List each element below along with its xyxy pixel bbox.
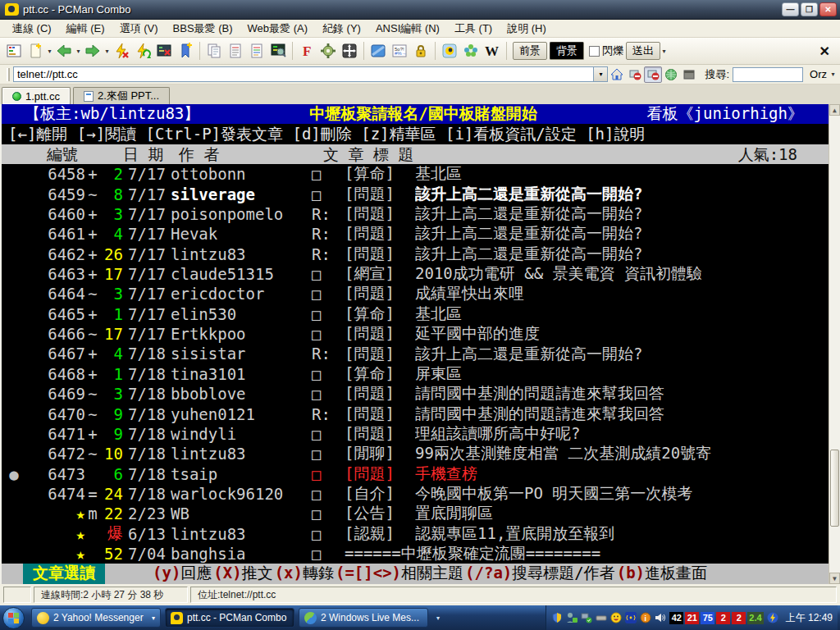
- article-row[interactable]: 6467 + 4 7/18 sisistar R: [問題] 該升上高二還是重新…: [2, 344, 840, 363]
- settings-button[interactable]: [317, 40, 339, 62]
- menu-item[interactable]: 連線 (C): [5, 20, 59, 37]
- taskbar-item[interactable]: ptt.cc - PCMan Combo: [165, 608, 294, 628]
- pcman-home-button[interactable]: [439, 40, 460, 62]
- minimize-button[interactable]: —: [782, 2, 799, 16]
- search-engine-dropdown[interactable]: ▾: [829, 71, 837, 78]
- browser-button[interactable]: [662, 66, 680, 83]
- ansi-editor-button[interactable]: [3, 40, 25, 62]
- online-mode-button[interactable]: [644, 66, 662, 83]
- font-button[interactable]: F: [296, 40, 317, 62]
- add-bookmark-button[interactable]: [175, 40, 196, 62]
- article-row[interactable]: 6463 + 17 7/17 claude51315 □ [網宣] 2010成功…: [2, 264, 840, 284]
- blink-checkbox[interactable]: [589, 46, 600, 57]
- plugin-flower-button[interactable]: [460, 40, 482, 62]
- offline-mode-button[interactable]: [626, 66, 644, 83]
- article-row[interactable]: 6469 ~ 3 7/18 bboblove □ [問題] 請問國中基測的問題請…: [2, 384, 840, 404]
- disconnect-button[interactable]: [111, 40, 132, 62]
- menu-item[interactable]: 說明 (H): [500, 20, 554, 37]
- bbs-window-button[interactable]: [368, 40, 389, 62]
- paste-button[interactable]: [225, 40, 246, 62]
- tray-badge[interactable]: 2: [716, 612, 730, 624]
- terminal-scrollbar[interactable]: ▲ ▼: [829, 104, 840, 584]
- preview-button[interactable]: [267, 40, 289, 62]
- toolbar-close-icon[interactable]: ✕: [819, 43, 830, 59]
- background-color-button[interactable]: 背景: [550, 42, 584, 60]
- article-row[interactable]: 6465 + 1 7/17 elin530 □ [算命] 基北區: [2, 304, 840, 324]
- forward-dropdown[interactable]: ▾: [103, 48, 111, 55]
- menu-item[interactable]: ANSI編輯 (N): [368, 20, 447, 37]
- tab-web[interactable]: 2.來個 PPT...: [73, 87, 170, 104]
- tab-ptt[interactable]: 1.ptt.cc: [2, 87, 71, 104]
- article-row[interactable]: 6466 ~ 17 7/17 Ertkkpoo □ [問題] 延平國中部的進度: [2, 324, 840, 344]
- foreground-color-button[interactable]: 前景: [513, 42, 547, 60]
- tray-badge[interactable]: 21: [685, 612, 699, 624]
- tray-badge[interactable]: 2: [732, 612, 746, 624]
- article-row[interactable]: 6471 + 9 7/18 windyli □ [問題] 理組該讀哪所高中好呢?: [2, 424, 840, 444]
- article-row[interactable]: 6461 + 4 7/17 Hevak R: [問題] 該升上高二還是重新從高一…: [2, 224, 840, 244]
- special-symbols-button[interactable]: 5o?!#%→: [389, 40, 410, 62]
- address-input[interactable]: [13, 66, 594, 82]
- article-row[interactable]: 6464 ~ 3 7/17 ericdoctor □ [問題] 成績單快出來哩: [2, 284, 840, 304]
- menu-item[interactable]: 工具 (T): [447, 20, 500, 37]
- taskbar-chevron[interactable]: ▾: [432, 609, 444, 627]
- send-button[interactable]: 送出: [626, 42, 660, 60]
- menu-item[interactable]: 紀錄 (Y): [315, 20, 368, 37]
- restore-button[interactable]: ❐: [801, 2, 818, 16]
- lock-button[interactable]: [410, 40, 431, 62]
- article-row[interactable]: 6470 ~ 9 7/18 yuhen0121 R: [問題] 請問國中基測的問…: [2, 404, 840, 423]
- removable-device-icon[interactable]: [596, 612, 607, 623]
- copy-button[interactable]: [203, 40, 225, 62]
- search-input[interactable]: [733, 67, 803, 82]
- close-connection-button[interactable]: [153, 40, 175, 62]
- article-row[interactable]: 6459 ~ 8 7/17 silverage □ [問題] 該升上高二還是重新…: [2, 184, 840, 203]
- copy-ansi-color-button[interactable]: [246, 40, 267, 62]
- article-row[interactable]: ★ m 22 2/23 WB □ [公告] 置底閒聊區: [2, 504, 840, 523]
- scroll-down-icon[interactable]: ▼: [829, 573, 840, 584]
- article-row[interactable]: ● 6473 6 7/18 tsaip □ [問題] 手機查榜: [2, 463, 840, 483]
- taskbar-item[interactable]: 2 Windows Live Mes...: [299, 608, 428, 628]
- toolbar-gripper[interactable]: [7, 68, 10, 81]
- send-dropdown[interactable]: ▾: [660, 48, 668, 55]
- article-row[interactable]: 6460 + 3 7/17 poisonpomelo R: [問題] 該升上高二…: [2, 204, 840, 224]
- new-connection-button[interactable]: [25, 40, 46, 62]
- menu-item[interactable]: Web最愛 (A): [240, 20, 315, 37]
- article-row[interactable]: 6468 + 1 7/18 tina3101 □ [算命] 屏東區: [2, 364, 840, 384]
- home-button[interactable]: [608, 66, 626, 83]
- article-row[interactable]: ★ 52 7/04 banghsia □ ======中壢板聚確定流團=====…: [2, 544, 840, 564]
- info-icon[interactable]: i: [640, 612, 651, 623]
- wikipedia-button[interactable]: W: [482, 40, 503, 62]
- article-row[interactable]: 6472 ~ 10 7/18 lintzu83 □ [閒聊] 99兩次基測難度相…: [2, 444, 840, 463]
- tray-badge[interactable]: 75: [701, 612, 714, 624]
- tray-badge[interactable]: 42: [669, 612, 683, 624]
- power-lightning-icon[interactable]: [767, 612, 778, 623]
- network-ok-icon[interactable]: [581, 612, 592, 623]
- close-button[interactable]: ✕: [819, 2, 837, 16]
- back-dropdown[interactable]: ▾: [75, 48, 82, 55]
- taskbar-item[interactable]: 2 Yahoo! Messenger ▾: [31, 608, 161, 628]
- menu-item[interactable]: 編輯 (E): [59, 20, 112, 37]
- reconnect-button[interactable]: [132, 40, 153, 62]
- menu-item[interactable]: BBS最愛 (B): [166, 20, 240, 37]
- article-row[interactable]: 6474 = 24 7/18 warlock96120 □ [自介] 今晚國中板…: [2, 484, 840, 504]
- yahoo-smiley-icon[interactable]: [610, 612, 622, 623]
- scrollbar-thumb[interactable]: [830, 450, 839, 527]
- address-dropdown[interactable]: ▾: [594, 66, 608, 82]
- article-row[interactable]: 6458 + 2 7/17 ottobonn □ [算命] 基北區: [2, 164, 840, 184]
- fullscreen-button[interactable]: [339, 40, 360, 62]
- article-row[interactable]: 6462 + 26 7/17 lintzu83 R: [問題] 該升上高二還是重…: [2, 244, 840, 264]
- start-button[interactable]: [2, 607, 25, 629]
- security-shield-icon[interactable]: [551, 612, 563, 623]
- wireless-signal-icon[interactable]: [625, 612, 637, 623]
- new-window-button[interactable]: [680, 66, 698, 83]
- tray-badge[interactable]: 2.4: [747, 612, 763, 624]
- menu-item[interactable]: 選項 (V): [112, 20, 166, 37]
- volume-icon[interactable]: [655, 612, 666, 623]
- messenger-user-icon[interactable]: [566, 612, 578, 623]
- back-button[interactable]: [53, 40, 75, 62]
- article-row[interactable]: ★ 爆 6/13 lintzu83 □ [認親] 認親專區11,置底開放至報到: [2, 524, 840, 544]
- forward-button[interactable]: [82, 40, 103, 62]
- bbs-terminal[interactable]: 【板主:wb/lintzu83】 中壢板聚請報名/國中板賭盤開始 看板《juni…: [0, 104, 840, 584]
- new-connection-dropdown[interactable]: ▾: [46, 48, 53, 55]
- read-mark: +: [85, 305, 100, 323]
- scroll-up-icon[interactable]: ▲: [829, 104, 840, 116]
